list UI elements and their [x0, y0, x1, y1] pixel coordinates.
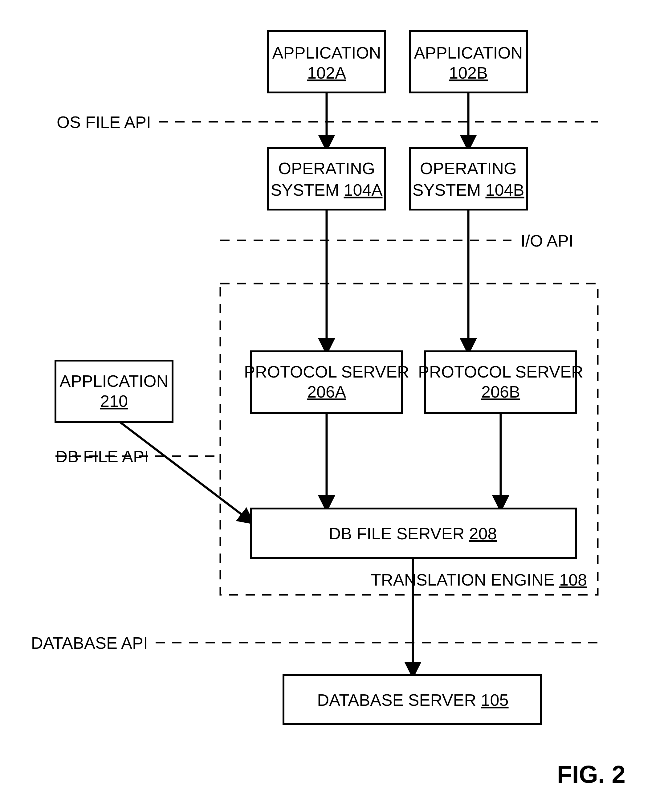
database-server-label: DATABASE SERVER 105: [317, 691, 508, 709]
protocol-server-206a-box: [251, 352, 402, 413]
os-104b-line1: OPERATING: [420, 159, 517, 177]
application-210-label: APPLICATION: [59, 372, 168, 390]
figure-label: FIG. 2: [557, 761, 626, 788]
application-102a-label: APPLICATION: [272, 43, 381, 62]
db-file-api-label: DB FILE API: [56, 447, 149, 466]
database-api-label: DATABASE API: [31, 634, 148, 652]
protocol-server-206b-label: PROTOCOL SERVER: [418, 362, 583, 381]
os-104a-box: [268, 148, 385, 210]
os-file-api-label: OS FILE API: [57, 113, 151, 131]
application-210-box: [56, 361, 173, 422]
protocol-server-206a-ref: 206A: [307, 383, 346, 401]
os-104a-line2: SYSTEM 104A: [271, 181, 382, 199]
application-102b-ref: 102B: [449, 64, 488, 82]
protocol-server-206a-label: PROTOCOL SERVER: [244, 362, 409, 381]
os-104b-line2: SYSTEM 104B: [412, 181, 524, 199]
arrow-app-210-to-dbfile: [120, 422, 248, 519]
os-104b-box: [410, 148, 527, 210]
db-file-server-label: DB FILE SERVER 208: [329, 524, 497, 543]
application-102a-ref: 102A: [307, 64, 346, 82]
os-104a-line1: OPERATING: [278, 159, 375, 177]
protocol-server-206b-box: [425, 352, 576, 413]
io-api-label: I/O API: [521, 232, 573, 250]
protocol-server-206b-ref: 206B: [481, 383, 520, 401]
engine-label: TRANSLATION ENGINE 108: [371, 570, 587, 589]
application-102b-label: APPLICATION: [414, 43, 522, 62]
application-210-ref: 210: [100, 392, 128, 410]
